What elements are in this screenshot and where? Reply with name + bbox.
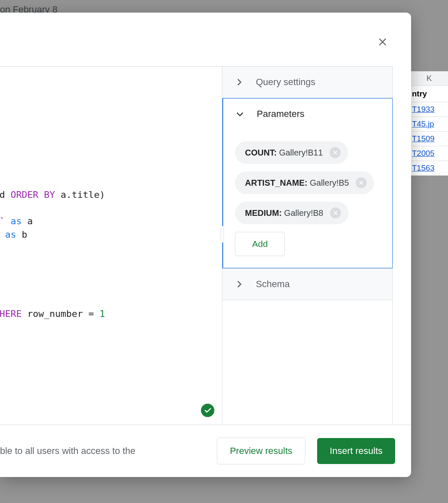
parameter-chip[interactable]: COUNT: Gallery!B11 <box>235 141 348 164</box>
cell-link[interactable]: T1563 <box>410 161 448 176</box>
sql-editor-pane[interactable]: N BY a.object_id ORDER BY a.title) the_m… <box>0 67 222 425</box>
parameters-accordion[interactable]: Parameters <box>222 98 393 130</box>
pane-resize-handle[interactable] <box>221 226 224 243</box>
sql-code: N BY a.object_id ORDER BY a.title) the_m… <box>0 188 105 334</box>
accordion-title: Parameters <box>257 109 305 119</box>
remove-parameter-button[interactable] <box>330 147 341 158</box>
column-header: ntry <box>410 86 448 102</box>
remove-parameter-button[interactable] <box>330 207 341 218</box>
close-icon <box>377 36 388 47</box>
param-value: Gallery!B8 <box>284 208 323 218</box>
cell-link[interactable]: T2005 <box>410 146 448 161</box>
query-editor-dialog: N BY a.object_id ORDER BY a.title) the_m… <box>0 13 411 477</box>
chevron-right-icon <box>234 279 244 289</box>
parameter-chip[interactable]: ARTIST_NAME: Gallery!B5 <box>235 171 374 194</box>
preview-results-button[interactable]: Preview results <box>217 438 305 464</box>
schema-accordion[interactable]: Schema <box>222 268 392 300</box>
close-button[interactable] <box>374 34 391 50</box>
close-icon <box>333 210 339 216</box>
side-panel: Query settings Parameters COUNT: Gallery… <box>222 67 392 425</box>
accordion-title: Query settings <box>256 77 315 88</box>
query-settings-accordion[interactable]: Query settings <box>222 67 392 98</box>
param-value: Gallery!B11 <box>279 148 323 157</box>
validation-success-badge <box>201 404 214 417</box>
dialog-header <box>0 13 411 66</box>
parameter-chip[interactable]: MEDIUM: Gallery!B8 <box>235 202 349 224</box>
footer-note: ble to all users with access to the <box>0 446 135 456</box>
cell-link[interactable]: T1509 <box>410 132 448 146</box>
insert-results-button[interactable]: Insert results <box>317 438 395 464</box>
close-icon <box>358 180 364 186</box>
side-panel-filler <box>222 300 392 425</box>
add-parameter-button[interactable]: Add <box>235 232 285 256</box>
cell-link[interactable]: T1933 <box>410 102 448 117</box>
param-value: Gallery!B5 <box>310 178 349 187</box>
parameters-body: COUNT: Gallery!B11 ARTIST_NAME: Gallery!… <box>222 130 393 268</box>
check-icon <box>203 406 212 415</box>
chevron-right-icon <box>234 77 244 87</box>
dialog-body: N BY a.object_id ORDER BY a.title) the_m… <box>0 66 393 425</box>
remove-parameter-button[interactable] <box>356 177 367 188</box>
param-name: MEDIUM: <box>245 208 282 218</box>
param-name: COUNT: <box>245 148 277 157</box>
close-icon <box>332 150 338 156</box>
dialog-footer: ble to all users with access to the Prev… <box>0 425 411 477</box>
column-letter: K <box>410 71 448 86</box>
param-name: ARTIST_NAME: <box>245 178 307 187</box>
accordion-title: Schema <box>256 279 290 290</box>
cell-link[interactable]: T45.jp <box>410 117 448 132</box>
background-spreadsheet-column: K ntry T1933 T45.jp T1509 T2005 T1563 <box>410 71 448 176</box>
chevron-down-icon <box>235 109 245 119</box>
